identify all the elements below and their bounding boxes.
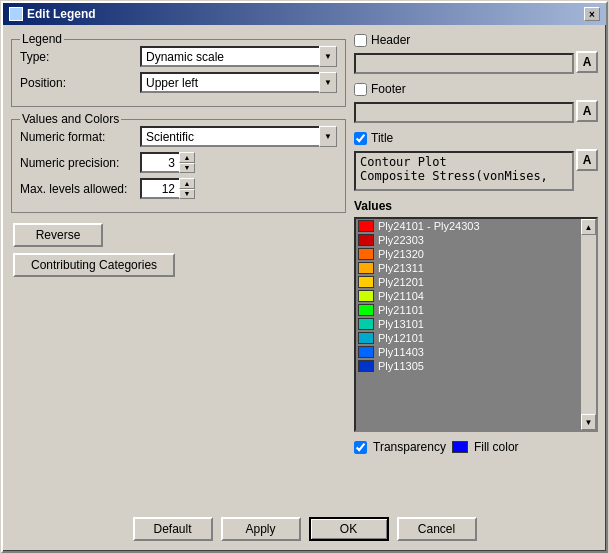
numeric-format-label: Numeric format: <box>20 130 140 144</box>
scroll-down-button[interactable]: ▼ <box>581 414 596 430</box>
numeric-precision-down[interactable]: ▼ <box>179 163 195 174</box>
scroll-up-button[interactable]: ▲ <box>581 219 596 235</box>
title-input-row: Contour Plot Composite Stress(vonMises, … <box>354 149 598 191</box>
numeric-format-select[interactable]: Scientific Fixed Engineering <box>140 126 337 147</box>
footer-label: Footer <box>371 82 406 96</box>
item-label: Ply21201 <box>378 276 424 288</box>
legend-group: Legend Type: Dynamic scale Static scale … <box>11 39 346 107</box>
numeric-precision-label: Numeric precision: <box>20 156 140 170</box>
item-label: Ply12101 <box>378 332 424 344</box>
type-select[interactable]: Dynamic scale Static scale <box>140 46 337 67</box>
max-levels-down[interactable]: ▼ <box>179 189 195 200</box>
color-swatch <box>358 262 374 274</box>
title-a-button[interactable]: A <box>576 149 598 171</box>
max-levels-row: Max. levels allowed: ▲ ▼ <box>20 178 337 199</box>
ok-button[interactable]: OK <box>309 517 389 541</box>
footer-checkbox[interactable] <box>354 83 367 96</box>
header-input-row: A <box>354 51 598 74</box>
color-swatch <box>358 234 374 246</box>
color-swatch <box>358 360 374 372</box>
color-swatch <box>358 220 374 232</box>
max-levels-label: Max. levels allowed: <box>20 182 140 196</box>
list-item: Ply11403 <box>356 345 580 359</box>
title-checkbox[interactable] <box>354 132 367 145</box>
position-select-wrapper: Upper left Upper right Lower left Lower … <box>140 72 337 93</box>
footer-row: Footer <box>354 82 598 96</box>
item-label: Ply21104 <box>378 290 424 302</box>
list-item: Ply21104 <box>356 289 580 303</box>
type-row: Type: Dynamic scale Static scale ▼ <box>20 46 337 67</box>
list-item: Ply24101 - Ply24303 <box>356 219 580 233</box>
scroll-thumb-area <box>581 235 596 414</box>
header-label: Header <box>371 33 410 47</box>
max-levels-spin: ▲ ▼ <box>140 178 195 199</box>
list-item: Ply11305 <box>356 359 580 373</box>
list-item: Ply12101 <box>356 331 580 345</box>
position-select[interactable]: Upper left Upper right Lower left Lower … <box>140 72 337 93</box>
color-swatch <box>358 276 374 288</box>
header-a-button[interactable]: A <box>576 51 598 73</box>
color-swatch <box>358 318 374 330</box>
position-row: Position: Upper left Upper right Lower l… <box>20 72 337 93</box>
values-colors-group: Values and Colors Numeric format: Scient… <box>11 119 346 213</box>
item-label: Ply22303 <box>378 234 424 246</box>
transparency-checkbox[interactable] <box>354 441 367 454</box>
numeric-format-row: Numeric format: Scientific Fixed Enginee… <box>20 126 337 147</box>
numeric-precision-spinbtns: ▲ ▼ <box>179 152 195 173</box>
window-title: Edit Legend <box>27 7 96 21</box>
list-item: Ply22303 <box>356 233 580 247</box>
type-select-wrapper: Dynamic scale Static scale ▼ <box>140 46 337 67</box>
item-label: Ply24101 - Ply24303 <box>378 220 480 232</box>
item-label: Ply21311 <box>378 262 424 274</box>
item-label: Ply21320 <box>378 248 424 260</box>
position-label: Position: <box>20 76 140 90</box>
header-input[interactable] <box>354 53 574 74</box>
reverse-area: Reverse <box>11 223 346 247</box>
titlebar-title-area: Edit Legend <box>9 7 96 21</box>
header-row: Header <box>354 33 598 47</box>
numeric-format-select-wrapper: Scientific Fixed Engineering ▼ <box>140 126 337 147</box>
cancel-button[interactable]: Cancel <box>397 517 477 541</box>
color-swatch <box>358 304 374 316</box>
numeric-precision-row: Numeric precision: ▲ ▼ <box>20 152 337 173</box>
close-button[interactable]: × <box>584 7 600 21</box>
contributing-categories-button[interactable]: Contributing Categories <box>13 253 175 277</box>
max-levels-spinbtns: ▲ ▼ <box>179 178 195 199</box>
titlebar: Edit Legend × <box>3 3 606 25</box>
list-item: Ply21101 <box>356 303 580 317</box>
legend-group-label: Legend <box>20 32 64 46</box>
color-swatch <box>358 332 374 344</box>
window-icon <box>9 7 23 21</box>
main-content: Legend Type: Dynamic scale Static scale … <box>3 25 606 551</box>
values-section-label: Values <box>354 199 598 213</box>
reverse-button[interactable]: Reverse <box>13 223 103 247</box>
right-panel: Header A Footer A Title Contour Plot C <box>354 33 598 543</box>
bottom-buttons-area: Default Apply OK Cancel <box>3 511 606 547</box>
item-label: Ply13101 <box>378 318 424 330</box>
fill-color-label: Fill color <box>474 440 519 454</box>
footer-input[interactable] <box>354 102 574 123</box>
transparency-label: Transparency <box>373 440 446 454</box>
transparency-row: Transparency Fill color <box>354 440 598 454</box>
apply-button[interactable]: Apply <box>221 517 301 541</box>
left-panel: Legend Type: Dynamic scale Static scale … <box>11 33 346 543</box>
item-label: Ply11305 <box>378 360 424 372</box>
item-label: Ply11403 <box>378 346 424 358</box>
values-colors-group-label: Values and Colors <box>20 112 121 126</box>
values-container: Ply24101 - Ply24303Ply22303Ply21320Ply21… <box>354 217 598 432</box>
contributing-area: Contributing Categories <box>11 253 346 277</box>
edit-legend-window: Edit Legend × Legend Type: Dynamic scale… <box>1 1 608 553</box>
list-item: Ply21320 <box>356 247 580 261</box>
footer-a-button[interactable]: A <box>576 100 598 122</box>
left-content-area: Legend Type: Dynamic scale Static scale … <box>11 33 346 543</box>
default-button[interactable]: Default <box>133 517 213 541</box>
title-textarea[interactable]: Contour Plot Composite Stress(vonMises, <box>354 151 574 191</box>
list-item: Ply21311 <box>356 261 580 275</box>
max-levels-up[interactable]: ▲ <box>179 178 195 189</box>
numeric-precision-up[interactable]: ▲ <box>179 152 195 163</box>
header-checkbox[interactable] <box>354 34 367 47</box>
type-label: Type: <box>20 50 140 64</box>
list-item: Ply13101 <box>356 317 580 331</box>
values-scrollbar[interactable]: ▲ ▼ <box>580 219 596 430</box>
numeric-precision-spin: ▲ ▼ <box>140 152 195 173</box>
